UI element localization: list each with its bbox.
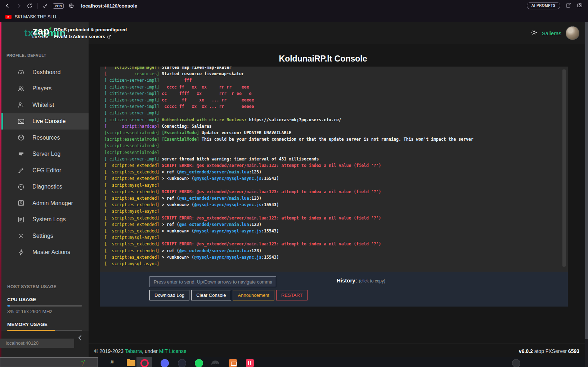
zap-banner-text: DDoS protected & preconfigured FiveM txA… [54, 26, 127, 40]
tray-icon[interactable] [512, 359, 520, 367]
console-line: [ script:mysql-async] [104, 234, 568, 241]
dark-app-icon[interactable] [178, 359, 186, 367]
license-link[interactable]: MIT License [159, 348, 187, 354]
taskbar-search-box[interactable] [0, 357, 98, 367]
sidebar-item-whitelist[interactable]: Whitelist [1, 97, 89, 113]
cfg-editor-icon [17, 167, 25, 174]
discord-icon[interactable] [161, 359, 169, 367]
console-line: [ script:es_extended] > ref (@es_extende… [104, 169, 568, 175]
external-link-icon [107, 35, 111, 39]
announcement-button[interactable]: Announcement [233, 290, 274, 300]
history-hint: (click to copy) [359, 278, 385, 284]
sidebar-item-label: Diagnostics [32, 184, 62, 190]
bookmark-item[interactable]: SKI MASK THE SLU... [15, 14, 60, 19]
clear-console-button[interactable]: Clear Console [191, 290, 231, 300]
sidebar-item-server-log[interactable]: Server Log [1, 146, 89, 163]
console-line: [ script:es_extended] > ref (@es_extende… [104, 248, 568, 254]
zap-logo: zap HOSTING [32, 28, 50, 38]
browser-nav-row: VPN localhost:40120/console [0, 0, 588, 12]
zap-banner[interactable]: zap HOSTING DDoS protected & preconfigur… [32, 22, 127, 44]
sidebar-item-master-actions[interactable]: Master Actions [1, 244, 89, 261]
author-link[interactable]: Tabarra [125, 348, 142, 354]
console-line: [ script:es_extended] > <unknown> (@mysq… [104, 175, 568, 182]
console-line: [ script:es_extended] > ref (@es_extende… [104, 221, 568, 228]
sidebar-item-live-console[interactable]: Live Console [1, 113, 89, 130]
history-panel: History:(click to copy) [337, 277, 385, 284]
theme-toggle-icon[interactable] [531, 29, 538, 37]
sidebar-item-cfg-editor[interactable]: CFG Editor [1, 162, 89, 179]
console-line: [ citizen-server-impl] cccc ff xx xx rr … [104, 84, 568, 90]
camera-icon[interactable] [576, 2, 583, 9]
command-input[interactable] [149, 276, 276, 287]
console-line: [ script:es_extended] SCRIPT ERROR: @es_… [104, 241, 568, 247]
sidebar-item-label: Master Actions [32, 249, 70, 255]
console-line: [script:essentialmode] [EssentialMode] T… [104, 136, 568, 142]
server-log-icon [17, 150, 25, 158]
sidebar-item-system-logs[interactable]: System Logs [1, 212, 89, 228]
spotify-icon[interactable] [195, 359, 203, 367]
sidebar-nav: DashboardPlayersWhitelistLive ConsoleRes… [1, 64, 89, 260]
console-log-lines: [ script:mapmanager] Started map fivem-m… [104, 67, 568, 267]
orange-app-icon[interactable] [229, 359, 237, 367]
compose-icon[interactable] [565, 2, 571, 10]
console-line: [ script:es_extended] > ref (@es_extende… [104, 195, 568, 201]
reload-icon[interactable] [27, 3, 33, 9]
console-buttons: Download LogClear ConsoleAnnouncementRES… [149, 290, 308, 300]
version-info: v6.0.2 atop FXServer 6593 [519, 344, 579, 358]
console-line: [ script:es_extended] SCRIPT ERROR: @es_… [104, 215, 568, 221]
sidebar-item-resources[interactable]: Resources [1, 130, 89, 146]
sidebar-item-dashboard[interactable]: Dashboard [1, 64, 89, 81]
live-console: [ script:mapmanager] Started map fivem-m… [100, 67, 568, 307]
whitelist-icon [17, 101, 25, 109]
browser-scrollbar[interactable] [585, 22, 588, 367]
sidebar: PROFILE: DEFAULT DashboardPlayersWhiteli… [1, 44, 89, 331]
back-icon[interactable] [4, 3, 11, 9]
sidebar-item-label: CFG Editor [32, 167, 61, 174]
restart-button[interactable]: RESTART [276, 290, 308, 300]
pink-app-icon[interactable] [246, 359, 254, 367]
folder-icon[interactable] [127, 360, 135, 366]
user-avatar[interactable] [566, 26, 579, 40]
youtube-icon [5, 15, 12, 19]
sidebar-item-admin-manager[interactable]: Admin Manager [1, 195, 89, 212]
window-fragment[interactable]: Jll [110, 360, 113, 364]
console-log[interactable]: [ script:mapmanager] Started map fivem-m… [100, 67, 568, 272]
console-line: [ script:mysql-async] [104, 182, 568, 189]
console-line: [ citizen-server-impl] [104, 110, 568, 116]
sidebar-item-label: Admin Manager [32, 200, 73, 207]
diagnostics-icon [17, 183, 25, 191]
scrollbar-thumb[interactable] [585, 22, 588, 339]
zap-leaf-icon [48, 26, 51, 30]
username[interactable]: Salieras [542, 30, 561, 36]
url-bar[interactable]: localhost:40120/console [81, 3, 137, 9]
live-console-icon [17, 118, 25, 125]
sidebar-item-settings[interactable]: Settings [1, 228, 89, 244]
account-area: Salieras [531, 22, 579, 44]
sidebar-item-players[interactable]: Players [1, 81, 89, 97]
console-line: [script:essentialmode] [104, 149, 568, 156]
app-header: txAdmin zap HOSTING DDoS protected & pre… [1, 22, 585, 44]
console-line: [script:essentialmode] [EssentialMode] U… [104, 130, 568, 136]
status-url-tooltip: localhost:40120 [0, 339, 74, 348]
system-logs-icon [17, 216, 25, 223]
history-label: History: [337, 277, 357, 284]
console-line: [ resources] Started resource fivem-map-… [104, 71, 568, 77]
bat-app-icon[interactable] [211, 359, 220, 367]
console-line: [ script:hardcap] Connecting: Salieras [104, 123, 568, 130]
sidebar-collapse-button[interactable] [77, 334, 84, 343]
opera-gx-icon[interactable] [140, 359, 149, 367]
sidebar-item-diagnostics[interactable]: Diagnostics [1, 179, 89, 195]
key-icon[interactable] [42, 3, 48, 9]
console-line: [ script:es_extended] > <unknown> (@mysq… [104, 228, 568, 234]
forward-icon[interactable] [15, 3, 22, 9]
download-log-button[interactable]: Download Log [149, 290, 189, 300]
vpn-badge[interactable]: VPN [53, 3, 64, 9]
chrome-right-controls: AI PROMPTS [527, 0, 583, 12]
dashboard-icon [17, 68, 25, 76]
console-line: [ script:mysql-async] [104, 208, 568, 214]
page-title: KoldunaiRP.lt Console [100, 54, 546, 64]
ai-prompts-button[interactable]: AI PROMPTS [527, 2, 560, 9]
console-scrollbar[interactable] [562, 69, 566, 267]
resources-icon [17, 134, 25, 141]
globe-icon[interactable] [68, 3, 74, 9]
